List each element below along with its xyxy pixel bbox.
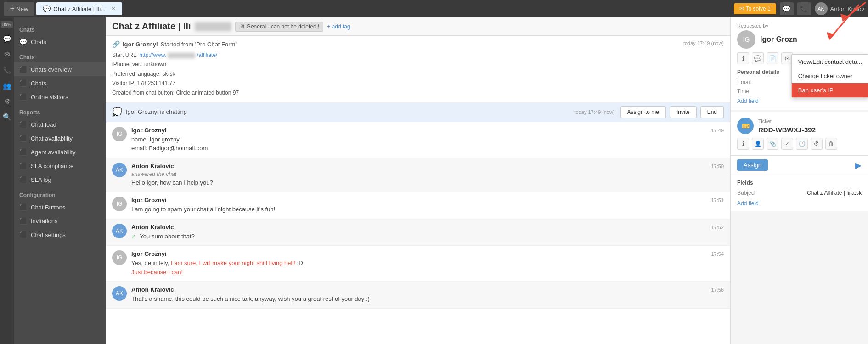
- sms-icon-button[interactable]: 💬: [780, 2, 794, 15]
- nav-item-chat-buttons[interactable]: ⬛ Chat Buttons: [14, 200, 106, 214]
- right-panel: Requested by IG Igor Grozn ℹ 💬 📄 ✉ Perso…: [730, 17, 868, 344]
- nav-item-chats-overview[interactable]: ⬛ Chats overview: [14, 62, 106, 76]
- solve-label: To solve 1: [746, 6, 771, 12]
- nav-label-chat-settings: Chat settings: [31, 231, 66, 238]
- nav-icon-invitations: ⬛: [19, 217, 27, 225]
- sidebar-mail-icon[interactable]: ✉: [0, 48, 13, 61]
- nav-item-chat-settings[interactable]: ⬛ Chat settings: [14, 228, 106, 242]
- nav-item-chat-load[interactable]: ⬛ Chat load: [14, 118, 106, 131]
- nav-icon-sla-comp: ⬛: [19, 162, 27, 169]
- subject-value: Chat z Affiliate | liija.sk: [807, 190, 862, 196]
- info-language: Preferred language: sk-sk: [112, 69, 683, 79]
- nav-icon-chat-avail: ⬛: [19, 135, 27, 142]
- sidebar-chat-icon[interactable]: 💬: [0, 33, 13, 45]
- ticket-timer-btn[interactable]: ⏱: [811, 138, 823, 150]
- assign-to-me-button[interactable]: Assign to me: [620, 106, 666, 118]
- nav-icon-chat-load: ⬛: [19, 121, 27, 128]
- msg-time-1: 17:49: [711, 127, 724, 133]
- nav-label-chats-top: Chats: [31, 39, 46, 45]
- nav-icon-chats-overview: ⬛: [19, 66, 27, 73]
- msg-text-3: I am going to spam your chat all night b…: [131, 205, 706, 214]
- assign-button[interactable]: Assign: [737, 159, 768, 171]
- main-layout: 89% 💬 ✉ 📞 👥 ⚙ 🔍 Chats 💬 Chats Chats ⬛ Ch…: [0, 17, 868, 344]
- add-field-link-contact[interactable]: Add field: [737, 98, 759, 104]
- nav-item-sla-log[interactable]: ⬛ SLA log: [14, 173, 106, 186]
- nav-icon-chats-top: 💬: [19, 38, 27, 45]
- ticket-delete-btn[interactable]: 🗑: [825, 138, 837, 150]
- user-area: AK Anton Kralov: [815, 2, 864, 15]
- context-change-ticket[interactable]: Change ticket owner: [792, 69, 868, 83]
- new-tab-button[interactable]: + New: [4, 2, 34, 16]
- add-tag-button[interactable]: + add tag: [327, 23, 350, 30]
- ticket-check-btn[interactable]: ✓: [781, 138, 793, 150]
- requested-by-label: Requested by: [737, 23, 862, 28]
- email-label: Email: [737, 79, 751, 85]
- info-start-url-link[interactable]: http://www. /affiliate/: [139, 52, 217, 58]
- ticket-header-label: Ticket: [758, 118, 816, 124]
- phone-icon-button[interactable]: 📞: [797, 2, 811, 15]
- chat-history-icon-btn[interactable]: 💬: [752, 52, 764, 64]
- nav-icon-chat-settings: ⬛: [19, 231, 27, 238]
- sidebar-search-icon[interactable]: 🔍: [0, 111, 13, 124]
- notes-icon-btn[interactable]: 📄: [767, 52, 778, 64]
- plus-icon: +: [10, 5, 14, 13]
- new-tab-label: New: [16, 6, 28, 12]
- msg-content-4: Anton Kralovic ✓ You sure about that?: [131, 224, 706, 241]
- nav-label-chat-btns: Chat Buttons: [31, 204, 65, 211]
- add-field-link-ticket[interactable]: Add field: [737, 200, 759, 207]
- msg-sender-6: Anton Kralovic: [131, 286, 706, 293]
- msg-avatar-igor1: IG: [112, 127, 127, 141]
- nav-label-chat-avail: Chat availability: [31, 135, 73, 142]
- ticket-info-btn[interactable]: ℹ: [737, 138, 749, 150]
- nav-item-invitations[interactable]: ⬛ Invitations: [14, 214, 106, 228]
- info-sender: Igor Groznyi: [123, 41, 158, 48]
- context-view-edit[interactable]: View/Edit contact deta...: [792, 55, 868, 69]
- nav-item-chat-availability[interactable]: ⬛ Chat availability: [14, 131, 106, 145]
- icon-sidebar: 89% 💬 ✉ 📞 👥 ⚙ 🔍: [0, 17, 14, 344]
- chatting-time: today 17:49 (now): [575, 109, 615, 115]
- ticket-avatar: 🎫: [737, 118, 754, 134]
- msg-content-1: Igor Groznyi name: Igor groznyiemail: Ba…: [131, 127, 706, 153]
- nav-label-chats: Chats: [31, 80, 46, 87]
- chat-messages: 🔗 Igor Groznyi Started from 'Pre Chat Fo…: [106, 36, 730, 344]
- invite-button[interactable]: Invite: [670, 106, 697, 118]
- top-bar: + New 💬 Chat z Affiliate | Ili... ✕ ✉ To…: [0, 0, 868, 17]
- active-tab[interactable]: 💬 Chat z Affiliate | Ili... ✕: [36, 2, 122, 15]
- nav-item-sla-compliance[interactable]: ⬛ SLA compliance: [14, 159, 106, 173]
- sidebar-settings-icon[interactable]: ⚙: [0, 95, 13, 108]
- sidebar-phone-icon[interactable]: 📞: [0, 64, 13, 77]
- chat-header: Chat z Affiliate | Ili 🖥 General - can n…: [106, 17, 730, 36]
- ticket-icons: ℹ 👤 📎 ✓ 🕐 ⏱ 🗑: [737, 138, 862, 150]
- msg-text-5: Yes, definitely, I am sure, I will make …: [131, 259, 706, 276]
- msg-avatar-igor5: IG: [112, 250, 127, 265]
- ticket-clock-btn[interactable]: 🕐: [796, 138, 808, 150]
- msg-content-3: Igor Groznyi I am going to spam your cha…: [131, 197, 706, 214]
- context-ban-ip[interactable]: Ban user's IP: [792, 83, 868, 97]
- section-label-config: Configuration: [14, 186, 106, 200]
- active-tab-label: Chat z Affiliate | Ili...: [53, 6, 106, 12]
- msg-sender-3: Igor Groznyi: [131, 197, 706, 203]
- nav-item-online-visitors[interactable]: ⬛ Online visitors: [14, 90, 106, 104]
- end-button[interactable]: End: [700, 106, 724, 118]
- ticket-attach-btn[interactable]: 📎: [767, 138, 778, 150]
- nav-icon-online-visitors: ⬛: [19, 93, 27, 101]
- sidebar-users-icon[interactable]: 👥: [0, 79, 13, 92]
- solve-button[interactable]: ✉ To solve 1: [734, 3, 776, 14]
- chat-area: Chat z Affiliate | Ili 🖥 General - can n…: [106, 17, 730, 344]
- envelope-icon: ✉: [739, 6, 744, 12]
- tab-close-icon[interactable]: ✕: [111, 6, 116, 12]
- msg-text-2: Hello Igor, how can I help you?: [131, 178, 706, 187]
- expand-icon[interactable]: ▶: [855, 160, 862, 170]
- msg-time-2: 17:50: [711, 163, 724, 169]
- info-icon-btn[interactable]: ℹ: [737, 52, 749, 64]
- context-menu: View/Edit contact deta... Change ticket …: [791, 54, 868, 98]
- assign-row: Assign ▶: [731, 156, 868, 175]
- ticket-users-btn[interactable]: 👤: [752, 138, 764, 150]
- nav-item-agent-availability[interactable]: ⬛ Agent availability: [14, 145, 106, 159]
- chatting-notice: 💭 Igor Groznyi is chatting today 17:49 (…: [106, 102, 730, 122]
- message-row: IG Igor Groznyi Yes, definitely, I am su…: [106, 246, 730, 282]
- nav-item-chats[interactable]: ⬛ Chats: [14, 76, 106, 90]
- msg-sub-2: answered the chat: [131, 171, 706, 177]
- fields-section: Fields Subject Chat z Affiliate | liija.…: [731, 175, 868, 211]
- nav-item-chats-top[interactable]: 💬 Chats: [14, 35, 106, 49]
